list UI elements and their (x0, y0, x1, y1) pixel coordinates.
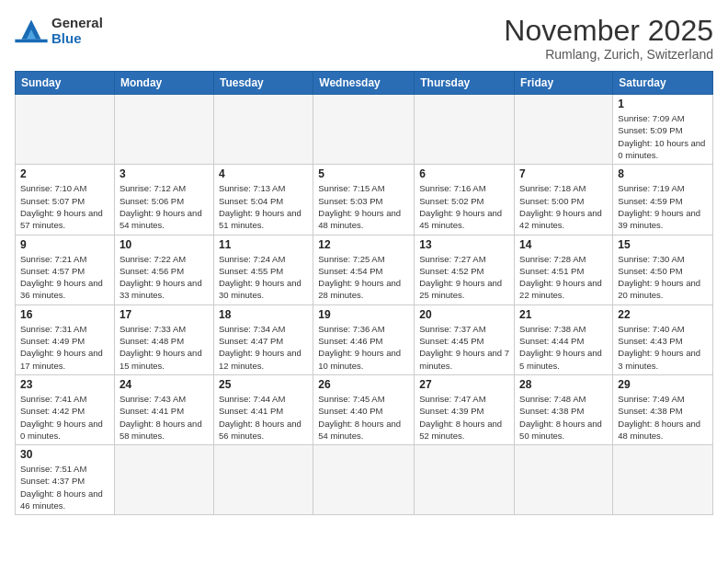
day-cell: 8Sunrise: 7:19 AM Sunset: 4:59 PM Daylig… (613, 165, 713, 235)
day-info: Sunrise: 7:41 AM Sunset: 4:42 PM Dayligh… (20, 393, 109, 442)
day-cell: 5Sunrise: 7:15 AM Sunset: 5:03 PM Daylig… (313, 165, 415, 235)
day-number: 1 (618, 98, 708, 110)
day-number: 24 (119, 378, 209, 391)
day-number: 15 (618, 238, 708, 251)
day-number: 23 (20, 378, 109, 391)
day-number: 17 (119, 308, 209, 321)
day-number: 19 (318, 308, 409, 321)
day-number: 22 (618, 308, 708, 321)
weekday-header-saturday: Saturday (613, 72, 713, 95)
day-cell: 24Sunrise: 7:43 AM Sunset: 4:41 PM Dayli… (114, 374, 213, 444)
day-cell: 12Sunrise: 7:25 AM Sunset: 4:54 PM Dayli… (313, 235, 415, 304)
day-info: Sunrise: 7:31 AM Sunset: 4:49 PM Dayligh… (20, 323, 109, 372)
day-number: 8 (618, 167, 708, 180)
day-cell (415, 445, 515, 515)
day-info: Sunrise: 7:36 AM Sunset: 4:46 PM Dayligh… (318, 323, 409, 372)
header: General Blue November 2025 Rumlang, Zuri… (15, 15, 713, 62)
day-cell (213, 445, 313, 515)
day-number: 13 (419, 238, 509, 251)
day-cell (114, 445, 213, 515)
day-info: Sunrise: 7:10 AM Sunset: 5:07 PM Dayligh… (20, 182, 109, 231)
week-row-6: 30Sunrise: 7:51 AM Sunset: 4:37 PM Dayli… (16, 445, 713, 515)
day-cell: 6Sunrise: 7:16 AM Sunset: 5:02 PM Daylig… (415, 165, 515, 235)
day-number: 26 (318, 378, 409, 391)
week-row-5: 23Sunrise: 7:41 AM Sunset: 4:42 PM Dayli… (16, 374, 713, 444)
day-cell: 9Sunrise: 7:21 AM Sunset: 4:57 PM Daylig… (16, 235, 115, 304)
day-number: 10 (119, 238, 209, 251)
subtitle: Rumlang, Zurich, Switzerland (504, 47, 713, 62)
day-info: Sunrise: 7:27 AM Sunset: 4:52 PM Dayligh… (419, 253, 509, 302)
page: General Blue November 2025 Rumlang, Zuri… (0, 0, 728, 563)
day-cell: 27Sunrise: 7:47 AM Sunset: 4:39 PM Dayli… (415, 374, 515, 444)
day-info: Sunrise: 7:40 AM Sunset: 4:43 PM Dayligh… (618, 323, 708, 372)
day-info: Sunrise: 7:48 AM Sunset: 4:38 PM Dayligh… (519, 393, 608, 442)
month-title: November 2025 (504, 15, 713, 47)
day-cell: 26Sunrise: 7:45 AM Sunset: 4:40 PM Dayli… (313, 374, 415, 444)
day-cell (313, 95, 415, 165)
day-info: Sunrise: 7:34 AM Sunset: 4:47 PM Dayligh… (219, 323, 308, 372)
day-cell: 29Sunrise: 7:49 AM Sunset: 4:38 PM Dayli… (613, 374, 713, 444)
day-info: Sunrise: 7:15 AM Sunset: 5:03 PM Dayligh… (318, 182, 409, 231)
day-cell: 11Sunrise: 7:24 AM Sunset: 4:55 PM Dayli… (213, 235, 313, 304)
day-info: Sunrise: 7:38 AM Sunset: 4:44 PM Dayligh… (519, 323, 608, 372)
day-cell: 15Sunrise: 7:30 AM Sunset: 4:50 PM Dayli… (613, 235, 713, 304)
day-info: Sunrise: 7:25 AM Sunset: 4:54 PM Dayligh… (318, 253, 409, 302)
week-row-2: 2Sunrise: 7:10 AM Sunset: 5:07 PM Daylig… (16, 165, 713, 235)
day-cell: 10Sunrise: 7:22 AM Sunset: 4:56 PM Dayli… (114, 235, 213, 304)
weekday-header-thursday: Thursday (415, 72, 515, 95)
day-info: Sunrise: 7:18 AM Sunset: 5:00 PM Dayligh… (519, 182, 608, 231)
day-cell: 17Sunrise: 7:33 AM Sunset: 4:48 PM Dayli… (114, 304, 213, 374)
day-cell: 21Sunrise: 7:38 AM Sunset: 4:44 PM Dayli… (515, 304, 613, 374)
day-info: Sunrise: 7:33 AM Sunset: 4:48 PM Dayligh… (119, 323, 209, 372)
day-number: 2 (20, 167, 109, 180)
day-number: 4 (219, 167, 308, 180)
day-number: 11 (219, 238, 308, 251)
day-number: 3 (119, 167, 209, 180)
weekday-header-monday: Monday (114, 72, 213, 95)
weekday-header-sunday: Sunday (16, 72, 115, 95)
day-cell: 19Sunrise: 7:36 AM Sunset: 4:46 PM Dayli… (313, 304, 415, 374)
day-cell: 16Sunrise: 7:31 AM Sunset: 4:49 PM Dayli… (16, 304, 115, 374)
day-number: 14 (519, 238, 608, 251)
day-info: Sunrise: 7:44 AM Sunset: 4:41 PM Dayligh… (219, 393, 308, 442)
day-cell (114, 95, 213, 165)
logo-icon (15, 17, 48, 44)
day-number: 9 (20, 238, 109, 251)
day-cell: 3Sunrise: 7:12 AM Sunset: 5:06 PM Daylig… (114, 165, 213, 235)
week-row-3: 9Sunrise: 7:21 AM Sunset: 4:57 PM Daylig… (16, 235, 713, 304)
day-info: Sunrise: 7:09 AM Sunset: 5:09 PM Dayligh… (618, 112, 708, 161)
day-info: Sunrise: 7:28 AM Sunset: 4:51 PM Dayligh… (519, 253, 608, 302)
day-number: 30 (20, 448, 109, 461)
day-cell: 1Sunrise: 7:09 AM Sunset: 5:09 PM Daylig… (613, 95, 713, 165)
calendar: SundayMondayTuesdayWednesdayThursdayFrid… (15, 71, 713, 515)
day-info: Sunrise: 7:30 AM Sunset: 4:50 PM Dayligh… (618, 253, 708, 302)
day-info: Sunrise: 7:21 AM Sunset: 4:57 PM Dayligh… (20, 253, 109, 302)
day-cell: 20Sunrise: 7:37 AM Sunset: 4:45 PM Dayli… (415, 304, 515, 374)
day-cell (613, 445, 713, 515)
day-cell: 4Sunrise: 7:13 AM Sunset: 5:04 PM Daylig… (213, 165, 313, 235)
day-cell: 2Sunrise: 7:10 AM Sunset: 5:07 PM Daylig… (16, 165, 115, 235)
day-info: Sunrise: 7:51 AM Sunset: 4:37 PM Dayligh… (20, 463, 109, 511)
logo: General Blue (15, 15, 103, 46)
day-number: 12 (318, 238, 409, 251)
day-number: 18 (219, 308, 308, 321)
day-info: Sunrise: 7:16 AM Sunset: 5:02 PM Dayligh… (419, 182, 509, 231)
day-info: Sunrise: 7:47 AM Sunset: 4:39 PM Dayligh… (419, 393, 509, 442)
day-cell: 23Sunrise: 7:41 AM Sunset: 4:42 PM Dayli… (16, 374, 115, 444)
day-cell: 18Sunrise: 7:34 AM Sunset: 4:47 PM Dayli… (213, 304, 313, 374)
svg-rect-2 (15, 40, 47, 43)
day-info: Sunrise: 7:19 AM Sunset: 4:59 PM Dayligh… (618, 182, 708, 231)
day-cell (16, 95, 115, 165)
day-cell: 13Sunrise: 7:27 AM Sunset: 4:52 PM Dayli… (415, 235, 515, 304)
day-info: Sunrise: 7:37 AM Sunset: 4:45 PM Dayligh… (419, 323, 509, 372)
weekday-header-row: SundayMondayTuesdayWednesdayThursdayFrid… (16, 72, 713, 95)
day-number: 20 (419, 308, 509, 321)
title-block: November 2025 Rumlang, Zurich, Switzerla… (504, 15, 713, 62)
day-number: 28 (519, 378, 608, 391)
day-cell: 28Sunrise: 7:48 AM Sunset: 4:38 PM Dayli… (515, 374, 613, 444)
week-row-4: 16Sunrise: 7:31 AM Sunset: 4:49 PM Dayli… (16, 304, 713, 374)
day-cell (515, 445, 613, 515)
day-number: 25 (219, 378, 308, 391)
day-number: 27 (419, 378, 509, 391)
day-number: 29 (618, 378, 708, 391)
